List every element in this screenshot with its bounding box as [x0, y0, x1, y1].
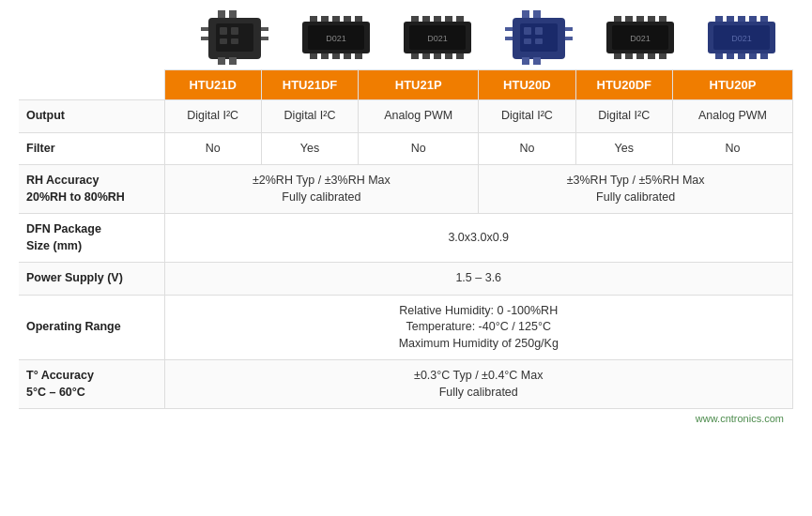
svg-rect-62: [614, 16, 621, 22]
svg-rect-31: [422, 53, 430, 59]
power-supply-label: Power Supply (V): [19, 263, 164, 296]
svg-rect-71: [727, 53, 734, 59]
svg-rect-50: [522, 10, 529, 18]
svg-rect-36: [422, 16, 430, 22]
svg-rect-30: [411, 53, 419, 59]
svg-rect-38: [445, 16, 452, 22]
htu20df-image: D021: [598, 9, 682, 66]
svg-rect-46: [505, 27, 513, 31]
svg-rect-34: [456, 53, 464, 59]
svg-rect-7: [201, 37, 208, 40]
output-htu21d: Digital I²C: [164, 100, 261, 133]
rh-accuracy-label: RH Accuracy20%RH to 80%RH: [19, 165, 164, 214]
htu21df-image: D021: [294, 9, 378, 66]
svg-rect-13: [229, 57, 237, 65]
svg-rect-57: [614, 53, 621, 59]
operating-range-row: Operating Range Relative Humidity: 0 -10…: [19, 295, 793, 360]
svg-rect-35: [411, 16, 419, 22]
svg-rect-33: [445, 53, 452, 59]
operating-range-value: Relative Humidity: 0 -100%RHTemperature:…: [164, 295, 793, 360]
filter-label: Filter: [19, 132, 164, 165]
filter-htu20d: No: [479, 132, 575, 165]
output-htu20d: Digital I²C: [479, 100, 575, 133]
filter-htu20df: Yes: [575, 132, 672, 165]
svg-rect-17: [310, 53, 317, 59]
svg-rect-60: [648, 53, 655, 59]
svg-rect-73: [749, 53, 757, 59]
svg-rect-53: [533, 57, 541, 65]
svg-rect-22: [310, 16, 317, 22]
svg-rect-6: [201, 27, 208, 31]
svg-rect-12: [218, 57, 225, 65]
svg-rect-78: [749, 16, 757, 22]
svg-text:D021: D021: [731, 34, 752, 43]
svg-rect-8: [261, 27, 268, 31]
header-htu21df: HTU21DF: [261, 70, 358, 100]
svg-rect-26: [355, 16, 362, 22]
svg-rect-45: [535, 38, 543, 44]
svg-rect-5: [231, 38, 238, 44]
dfn-package-label: DFN PackageSize (mm): [19, 214, 164, 263]
svg-rect-72: [738, 53, 745, 59]
output-label: Output: [19, 100, 164, 133]
filter-htu20p: No: [672, 132, 792, 165]
filter-htu21df: Yes: [261, 132, 358, 165]
svg-text:D021: D021: [427, 34, 448, 43]
svg-rect-70: [715, 53, 723, 59]
svg-rect-37: [434, 16, 441, 22]
htu20d-image: [497, 9, 581, 66]
comparison-table: HTU21D HTU21DF HTU21P HTU20D HTU20DF HTU…: [19, 69, 793, 409]
svg-rect-24: [332, 16, 340, 22]
svg-rect-47: [505, 37, 513, 40]
svg-rect-39: [456, 16, 464, 22]
operating-range-label: Operating Range: [19, 295, 164, 360]
output-htu21df: Digital I²C: [261, 100, 358, 133]
htu21p-image: D021: [395, 9, 480, 66]
svg-rect-49: [565, 37, 573, 40]
svg-rect-63: [625, 16, 633, 22]
dfn-package-value: 3.0x3.0x0.9: [164, 214, 793, 263]
watermark: www.cntronics.com: [19, 409, 793, 424]
svg-rect-42: [524, 27, 531, 35]
htu21d-image: [192, 9, 277, 66]
svg-rect-74: [760, 53, 768, 59]
header-htu21p: HTU21P: [359, 70, 479, 100]
svg-rect-77: [738, 16, 745, 22]
svg-rect-44: [524, 38, 531, 44]
page-wrapper: D021 D021: [0, 0, 812, 433]
svg-rect-61: [659, 53, 666, 59]
svg-rect-18: [321, 53, 329, 59]
power-supply-row: Power Supply (V) 1.5 – 3.6: [19, 263, 793, 296]
temp-accuracy-row: T° Accuracy5°C – 60°C ±0.3°C Typ / ±0.4°…: [19, 360, 793, 409]
header-htu20d: HTU20D: [479, 70, 575, 100]
svg-rect-9: [261, 37, 268, 40]
output-htu20p: Analog PWM: [672, 100, 792, 133]
svg-rect-65: [648, 16, 655, 22]
filter-htu21d: No: [164, 132, 261, 165]
output-htu20df: Digital I²C: [575, 100, 672, 133]
svg-text:D021: D021: [326, 34, 346, 43]
filter-row: Filter No Yes No No Yes No: [19, 132, 793, 165]
rh-accuracy-row: RH Accuracy20%RH to 80%RH ±2%RH Typ / ±3…: [19, 165, 793, 214]
header-htu21d: HTU21D: [164, 70, 261, 100]
htu20p-image: D021: [699, 9, 784, 66]
svg-rect-20: [344, 53, 351, 59]
power-supply-value: 1.5 – 3.6: [164, 263, 793, 296]
svg-rect-64: [636, 16, 644, 22]
product-images-row: D021 D021: [19, 9, 793, 66]
svg-rect-2: [220, 27, 227, 35]
temp-accuracy-label: T° Accuracy5°C – 60°C: [19, 360, 164, 409]
rh-accuracy-htu20-value: ±3%RH Typ / ±5%RH MaxFully calibrated: [479, 165, 793, 214]
svg-rect-19: [332, 53, 340, 59]
svg-rect-11: [229, 10, 237, 18]
dfn-package-row: DFN PackageSize (mm) 3.0x3.0x0.9: [19, 214, 793, 263]
svg-rect-48: [565, 27, 573, 31]
svg-rect-75: [715, 16, 723, 22]
svg-rect-58: [625, 53, 633, 59]
svg-rect-32: [434, 53, 441, 59]
svg-rect-21: [355, 53, 362, 59]
svg-rect-79: [760, 16, 768, 22]
header-row: HTU21D HTU21DF HTU21P HTU20D HTU20DF HTU…: [19, 70, 793, 100]
header-label-col: [19, 70, 164, 100]
filter-htu21p: No: [359, 132, 479, 165]
